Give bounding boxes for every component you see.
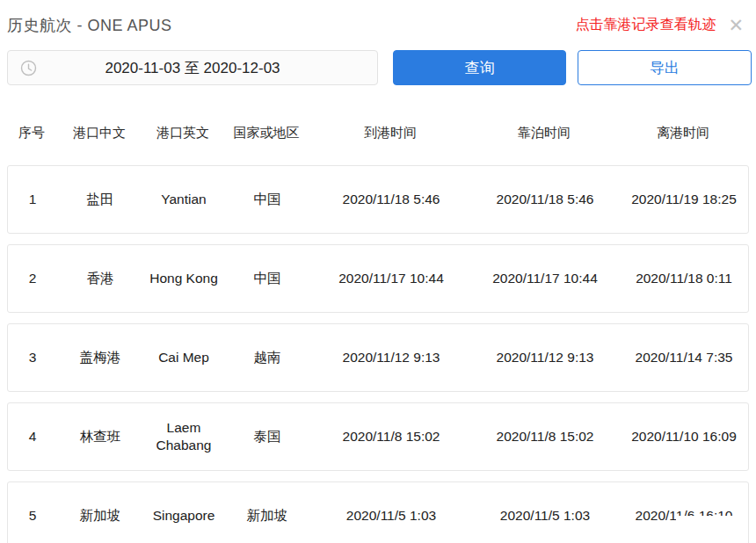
cell-seq: 5 [8, 507, 57, 525]
cell-seq: 1 [8, 191, 57, 208]
cell-departure-time: 2020/11/6 16:10 [618, 507, 750, 525]
col-header-berth: 靠泊时间 [471, 125, 617, 141]
cell-port-cn: 新加坡 [57, 507, 143, 525]
table-row[interactable]: 1 盐田 Yantian 中国 2020/11/18 5:46 2020/11/… [7, 165, 749, 234]
cell-port-en: Hong Kong [143, 270, 224, 287]
cell-port-en: Cai Mep [143, 349, 224, 366]
toolbar: 2020-11-03 至 2020-12-03 查询 导出 [7, 50, 752, 85]
cell-departure-time: 2020/11/14 7:35 [618, 349, 750, 366]
cell-departure-time: 2020/11/19 18:25 [618, 191, 750, 208]
cell-arrival-time: 2020/11/5 1:03 [310, 507, 472, 525]
close-icon[interactable]: ✕ [726, 16, 745, 34]
cell-port-cn: 香港 [57, 270, 143, 287]
cell-berth-time: 2020/11/8 15:02 [472, 428, 618, 445]
col-header-port-cn: 港口中文 [56, 125, 142, 141]
cell-port-en: Laem Chabang [143, 419, 224, 454]
titlebar: 历史航次 - ONE APUS 点击靠港记录查看轨迹 ✕ [0, 0, 756, 40]
cell-berth-time: 2020/11/12 9:13 [472, 349, 618, 366]
clock-icon [20, 60, 37, 80]
page-title: 历史航次 - ONE APUS [7, 15, 172, 36]
cell-seq: 2 [8, 270, 57, 287]
cell-port-en: Singapore [143, 507, 224, 525]
export-button[interactable]: 导出 [578, 50, 752, 85]
cell-seq: 3 [8, 349, 57, 366]
view-track-hint-link[interactable]: 点击靠港记录查看轨迹 [575, 16, 716, 34]
table-header: 序号 港口中文 港口英文 国家或地区 到港时间 靠泊时间 离港时间 [7, 120, 749, 145]
cell-country: 越南 [224, 349, 310, 366]
table-row[interactable]: 2 香港 Hong Kong 中国 2020/11/17 10:44 2020/… [7, 244, 749, 313]
table-row[interactable]: 5 新加坡 Singapore 新加坡 2020/11/5 1:03 2020/… [7, 481, 749, 543]
date-range-value: 2020-11-03 至 2020-12-03 [105, 58, 280, 78]
cell-country: 中国 [224, 270, 310, 287]
query-button[interactable]: 查询 [393, 50, 566, 85]
table-body: 1 盐田 Yantian 中国 2020/11/18 5:46 2020/11/… [7, 165, 749, 543]
col-header-arrival: 到港时间 [309, 125, 471, 141]
cell-port-cn: 盖梅港 [57, 349, 143, 366]
cell-arrival-time: 2020/11/12 9:13 [310, 349, 472, 366]
cell-arrival-time: 2020/11/17 10:44 [310, 270, 472, 287]
table-row[interactable]: 4 林查班 Laem Chabang 泰国 2020/11/8 15:02 20… [7, 402, 749, 471]
col-header-country: 国家或地区 [223, 125, 309, 141]
cell-seq: 4 [8, 428, 57, 445]
cell-country: 泰国 [224, 428, 310, 445]
cell-port-cn: 盐田 [57, 191, 143, 208]
cell-port-en: Yantian [143, 191, 224, 208]
cell-arrival-time: 2020/11/8 15:02 [310, 428, 472, 445]
history-voyage-panel: 历史航次 - ONE APUS 点击靠港记录查看轨迹 ✕ 2020-11-03 … [0, 0, 756, 543]
cell-departure-time: 2020/11/10 16:09 [618, 428, 750, 445]
table-row[interactable]: 3 盖梅港 Cai Mep 越南 2020/11/12 9:13 2020/11… [7, 323, 749, 392]
cell-berth-time: 2020/11/17 10:44 [472, 270, 618, 287]
cell-arrival-time: 2020/11/18 5:46 [310, 191, 472, 208]
cell-departure-time: 2020/11/18 0:11 [618, 270, 750, 287]
cell-country: 新加坡 [224, 507, 310, 525]
col-header-port-en: 港口英文 [142, 125, 223, 141]
cell-berth-time: 2020/11/5 1:03 [472, 507, 618, 525]
titlebar-right: 点击靠港记录查看轨迹 ✕ [575, 16, 745, 34]
cell-berth-time: 2020/11/18 5:46 [472, 191, 618, 208]
col-header-departure: 离港时间 [617, 125, 749, 141]
date-range-input[interactable]: 2020-11-03 至 2020-12-03 [7, 50, 378, 85]
cell-country: 中国 [224, 191, 310, 208]
col-header-seq: 序号 [7, 125, 56, 141]
cell-port-cn: 林查班 [57, 428, 143, 445]
